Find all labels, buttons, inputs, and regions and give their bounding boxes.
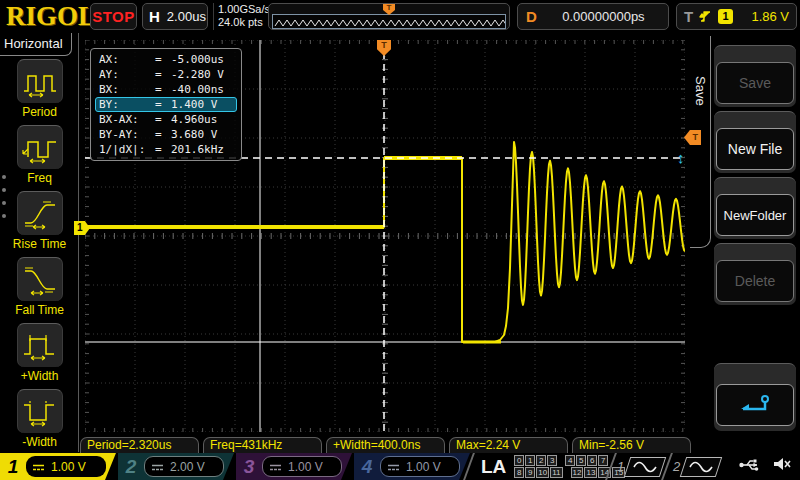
la-digit-box: 1 <box>525 455 535 466</box>
run-state-indicator: STOP <box>90 3 137 30</box>
period-icon <box>21 66 59 98</box>
acquisition-info: 1.00GSa/s 24.0k pts <box>213 3 270 30</box>
freq-icon <box>21 132 59 164</box>
menu-item-fall-time[interactable]: Fall Time <box>0 257 79 317</box>
logic-analyzer-tab[interactable]: LA 0 1 2 3 4 5 6 7 8 9 10 11 12 <box>467 453 625 480</box>
horizontal-scale-box: H 2.00us <box>142 3 208 30</box>
preview-window <box>272 14 506 29</box>
la-digit-box: 9 <box>525 467 535 478</box>
la-label: LA <box>481 456 506 478</box>
status-icons <box>738 456 792 472</box>
rise-time-icon <box>21 198 59 230</box>
la-digit-box: 4 <box>565 455 575 466</box>
channel-3-tab[interactable]: 3 1.00 V <box>236 453 352 480</box>
cursor-readout-box: AX:=-5.000us AY:=-2.280 V BX:=-40.00ns B… <box>90 48 242 161</box>
channel-3-scale: 1.00 V <box>262 456 342 477</box>
source-1-indicator[interactable]: 1 <box>617 453 663 480</box>
la-digit-box: 8 <box>514 467 524 478</box>
menu-item-period[interactable]: Period <box>0 59 79 119</box>
channel-2-scale: 2.00 V <box>144 456 224 477</box>
dc-coupling-icon <box>151 460 164 474</box>
menu-item-pos-width[interactable]: +Width <box>0 323 79 383</box>
dc-coupling-icon <box>269 460 282 474</box>
menu-item-rise-time[interactable]: Rise Time <box>0 191 79 251</box>
back-button-slot <box>714 363 796 431</box>
menu-title: Horizontal <box>0 33 72 56</box>
channel-1-scale: 1.00 V <box>26 456 106 477</box>
dc-coupling-icon <box>32 460 45 474</box>
new-folder-button[interactable]: NewFolder <box>716 194 794 236</box>
rigol-logo: RIGOL <box>6 1 96 32</box>
cursor-row-ay[interactable]: AY:=-2.280 V <box>95 67 237 82</box>
channel-2-tab[interactable]: 2 2.00 V <box>118 453 234 480</box>
sine-wave-icon <box>624 457 666 477</box>
menu-item-neg-width[interactable]: -Width <box>0 389 79 449</box>
measurement-min: Min=-2.56 V <box>572 437 691 453</box>
source-2-indicator[interactable]: 2 <box>673 453 719 480</box>
measurement-freq: Freq=431kHz <box>203 437 322 453</box>
new-file-button-slot: New File <box>714 111 796 173</box>
delete-button[interactable]: Delete <box>716 260 794 302</box>
measurement-period: Period=2.320us <box>80 437 199 453</box>
menu-item-label: Fall Time <box>0 303 79 317</box>
cursor-row-byay[interactable]: BY-AY:=3.680 V <box>95 127 237 142</box>
la-digit-box: 7 <box>598 455 608 466</box>
channel-number: 3 <box>236 456 262 478</box>
channel-4-tab[interactable]: 4 1.00 V <box>354 453 470 480</box>
measurement-pos-width: +Width=400.0ns <box>326 437 445 453</box>
horizontal-label: H <box>149 8 160 25</box>
save-menu: Save Save New File NewFolder Delete <box>690 33 800 452</box>
speaker-muted-icon <box>772 456 792 472</box>
channel-1-tab[interactable]: 1 1.00 V <box>0 453 116 480</box>
back-button[interactable] <box>716 384 794 426</box>
channel-status-bar: 1 1.00 V 2 2.00 V 3 1. <box>0 453 800 480</box>
cursor-row-by-selected[interactable]: BY:=1.400 V <box>95 97 237 112</box>
cursor-by-marker[interactable]: ↕ <box>677 149 685 166</box>
rising-edge-icon <box>699 9 712 24</box>
menu-item-label: +Width <box>0 369 79 383</box>
run-state-label: STOP <box>92 8 135 25</box>
la-digit-box: 13 <box>584 467 597 478</box>
la-digit-box: 5 <box>576 455 586 466</box>
graticule-area[interactable]: AX:=-5.000us AY:=-2.280 V BX:=-40.00ns B… <box>85 40 685 432</box>
sine-wave-icon <box>680 457 722 477</box>
channel-number: 2 <box>118 456 144 478</box>
menu-page-dots <box>2 166 6 227</box>
save-button[interactable]: Save <box>716 62 794 104</box>
channel-number: 1 <box>0 456 26 478</box>
cursor-row-inv-dx[interactable]: 1/|dX|:=201.6kHz <box>95 142 237 157</box>
cursor-row-bx[interactable]: BX:=-40.00ns <box>95 82 237 97</box>
horizontal-measure-menu: Horizontal Period Freq Rise Time <box>0 33 79 452</box>
trigger-label: T <box>684 8 693 25</box>
usb-icon <box>738 457 762 472</box>
cursor-row-ax[interactable]: AX:=-5.000us <box>95 52 237 67</box>
trigger-source-badge: 1 <box>718 9 733 24</box>
channel-number: 4 <box>354 456 380 478</box>
la-digit-box: 6 <box>587 455 597 466</box>
delete-button-slot: Delete <box>714 243 796 305</box>
menu-item-freq[interactable]: Freq <box>0 125 79 185</box>
minus-width-icon <box>21 396 59 428</box>
la-digit-box: 10 <box>536 467 549 478</box>
waveform-preview-bar[interactable]: T <box>268 3 510 30</box>
new-folder-button-slot: NewFolder <box>714 177 796 239</box>
fall-time-icon <box>21 264 59 296</box>
channel-4-scale: 1.00 V <box>380 456 460 477</box>
measurement-bar: Period=2.320us Freq=431kHz +Width=400.0n… <box>80 437 702 453</box>
menu-item-label: Freq <box>0 171 79 185</box>
plus-width-icon <box>21 330 59 362</box>
menu-item-label: Period <box>0 105 79 119</box>
dc-coupling-icon <box>387 460 400 474</box>
la-digit-box: 0 <box>514 455 524 466</box>
la-digit-box: 11 <box>550 467 562 478</box>
delay-label: D <box>526 8 537 25</box>
delay-value: 0.00000000ps <box>547 9 660 24</box>
memory-depth: 24.0k pts <box>218 16 270 29</box>
return-arrow-icon <box>735 393 775 417</box>
preview-waveform <box>273 16 505 29</box>
new-file-button[interactable]: New File <box>716 128 794 170</box>
la-digit-box: 3 <box>547 455 557 466</box>
trigger-level-value: 1.86 V <box>739 9 789 24</box>
cursor-row-bxax[interactable]: BX-AX:=4.960us <box>95 112 237 127</box>
trigger-level-marker[interactable]: T <box>684 130 701 145</box>
